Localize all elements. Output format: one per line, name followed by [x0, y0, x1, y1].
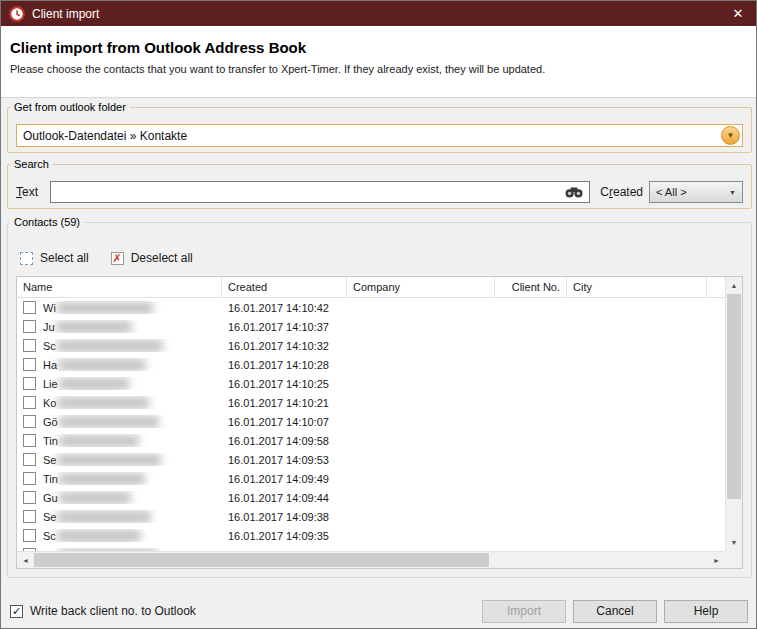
cell-name: Ju — [17, 320, 222, 333]
table-row[interactable]: Se 16.01.2017 14:09:38 — [17, 507, 725, 526]
select-all-icon — [20, 252, 33, 265]
search-text-label: Text — [16, 185, 50, 199]
redacted-name — [59, 416, 159, 428]
folder-dropdown-icon[interactable]: ▼ — [721, 126, 740, 145]
table-row[interactable]: Ha 16.01.2017 14:10:28 — [17, 355, 725, 374]
column-header-company[interactable]: Company — [347, 277, 495, 297]
contacts-groupbox: Contacts (59) Select all ✗ Deselect all … — [7, 216, 752, 578]
vertical-scrollbar-thumb[interactable] — [727, 294, 741, 499]
table-row[interactable]: Gö 16.01.2017 14:10:07 — [17, 412, 725, 431]
contact-name-prefix: Lie — [43, 378, 58, 390]
column-header-client-no[interactable]: Client No. — [495, 277, 567, 297]
row-checkbox[interactable] — [23, 320, 36, 333]
cell-created: 16.01.2017 14:10:32 — [222, 340, 347, 352]
search-input-wrapper — [50, 181, 590, 203]
select-all-button[interactable]: Select all — [20, 251, 89, 265]
row-checkbox[interactable] — [23, 377, 36, 390]
row-checkbox[interactable] — [23, 434, 36, 447]
redacted-name — [57, 340, 163, 352]
chevron-down-icon: ▼ — [729, 189, 736, 196]
scroll-down-icon[interactable]: ▼ — [726, 534, 742, 551]
column-header-created[interactable]: Created — [222, 277, 347, 297]
help-button[interactable]: Help — [664, 600, 748, 623]
column-header-city[interactable]: City — [567, 277, 707, 297]
cell-created: 16.01.2017 14:09:35 — [222, 530, 347, 542]
contact-name-prefix: Tin — [43, 473, 58, 485]
cell-created: 16.01.2017 14:09:58 — [222, 435, 347, 447]
table-row[interactable]: Ju 16.01.2017 14:10:37 — [17, 317, 725, 336]
writeback-checkbox-row[interactable]: ✓ Write back client no. to Outlook — [10, 604, 196, 618]
redacted-name — [59, 473, 145, 485]
scroll-right-icon[interactable]: ► — [708, 552, 725, 569]
redacted-name — [59, 435, 139, 447]
table-row[interactable]: Tin 16.01.2017 14:09:58 — [17, 431, 725, 450]
table-row[interactable]: Sc 16.01.2017 14:10:32 — [17, 336, 725, 355]
cell-name: Se — [17, 510, 222, 523]
writeback-checkbox[interactable]: ✓ — [10, 605, 23, 618]
deselect-all-icon: ✗ — [111, 252, 124, 265]
row-checkbox[interactable] — [23, 301, 36, 314]
contacts-table-body: Wi 16.01.2017 14:10:42 Ju 16.01.2017 14:… — [17, 298, 725, 551]
contact-name-prefix: Sc — [43, 340, 56, 352]
cell-name: Lie — [17, 377, 222, 390]
table-header: Name Created Company Client No. City — [17, 277, 725, 298]
scroll-up-icon[interactable]: ▲ — [726, 277, 742, 294]
row-checkbox[interactable] — [23, 415, 36, 428]
row-checkbox[interactable] — [23, 339, 36, 352]
row-checkbox[interactable] — [23, 396, 36, 409]
row-checkbox[interactable] — [23, 510, 36, 523]
cell-created: 16.01.2017 14:10:25 — [222, 378, 347, 390]
cell-name: Tin — [17, 434, 222, 447]
row-checkbox[interactable] — [23, 358, 36, 371]
cell-created: 16.01.2017 14:10:37 — [222, 321, 347, 333]
column-header-name[interactable]: Name — [17, 277, 222, 297]
folder-groupbox: Get from outlook folder Outlook-Datendat… — [7, 101, 752, 153]
row-checkbox[interactable] — [23, 529, 36, 542]
contacts-group-label: Contacts (59) — [10, 216, 84, 228]
outlook-folder-combobox[interactable]: Outlook-Datendatei » Kontakte ▼ — [16, 124, 743, 147]
table-row[interactable]: Gu 16.01.2017 14:09:44 — [17, 488, 725, 507]
folder-group-label: Get from outlook folder — [10, 101, 130, 113]
cell-created: 16.01.2017 14:09:53 — [222, 454, 347, 466]
import-button[interactable]: Import — [482, 600, 566, 623]
cell-name: Gö — [17, 415, 222, 428]
cell-created: 16.01.2017 14:09:49 — [222, 473, 347, 485]
horizontal-scrollbar-thumb[interactable] — [34, 553, 489, 567]
search-input[interactable] — [55, 185, 562, 199]
dialog-footer: ✓ Write back client no. to Outlook Impor… — [1, 594, 756, 628]
row-checkbox[interactable] — [23, 472, 36, 485]
writeback-label: Write back client no. to Outlook — [30, 604, 196, 618]
created-filter-value: < All > — [656, 186, 687, 198]
row-checkbox[interactable] — [23, 491, 36, 504]
scroll-left-icon[interactable]: ◄ — [17, 552, 34, 569]
cell-created: 16.01.2017 14:10:21 — [222, 397, 347, 409]
cell-created: 16.01.2017 14:10:42 — [222, 302, 347, 314]
contact-name-prefix: Sc — [43, 530, 56, 542]
contact-name-prefix: Se — [43, 454, 56, 466]
table-row[interactable]: Ko 16.01.2017 14:10:21 — [17, 393, 725, 412]
deselect-all-button[interactable]: ✗ Deselect all — [111, 251, 193, 265]
cell-created: 16.01.2017 14:09:38 — [222, 511, 347, 523]
contact-name-prefix: Wi — [43, 302, 56, 314]
horizontal-scrollbar[interactable]: ◄ ► — [17, 551, 725, 568]
cell-name: Gu — [17, 491, 222, 504]
contact-name-prefix: Gö — [43, 416, 58, 428]
contact-name-prefix: Gu — [43, 492, 58, 504]
table-row[interactable]: Tin 16.01.2017 14:09:49 — [17, 469, 725, 488]
binoculars-search-icon[interactable] — [562, 183, 586, 201]
row-checkbox[interactable] — [23, 453, 36, 466]
scrollbar-corner — [725, 551, 742, 568]
contact-name-prefix: Ko — [43, 397, 56, 409]
table-row[interactable]: Sc 16.01.2017 14:09:35 — [17, 526, 725, 545]
table-row[interactable]: Se 16.01.2017 14:09:53 — [17, 450, 725, 469]
table-row[interactable]: Wi 16.01.2017 14:10:42 — [17, 298, 725, 317]
table-row[interactable]: Lie 16.01.2017 14:10:25 — [17, 374, 725, 393]
close-icon[interactable]: ✕ — [720, 1, 756, 26]
created-filter-select[interactable]: < All > ▼ — [649, 181, 743, 203]
cancel-button[interactable]: Cancel — [573, 600, 657, 623]
redacted-name — [57, 302, 153, 314]
contact-name-prefix: Ha — [43, 359, 57, 371]
cell-name: Se — [17, 453, 222, 466]
vertical-scrollbar[interactable]: ▲ ▼ — [725, 277, 742, 551]
dialog-header: Client import from Outlook Address Book … — [1, 26, 756, 98]
